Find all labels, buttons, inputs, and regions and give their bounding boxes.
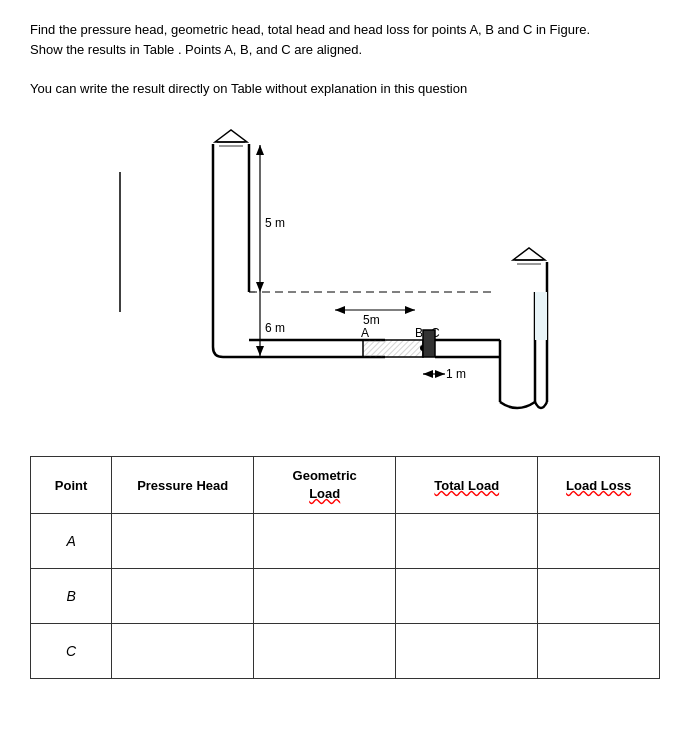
cell-total-a[interactable] — [396, 514, 538, 569]
svg-rect-20 — [363, 340, 423, 357]
cell-pressure-b[interactable] — [112, 569, 254, 624]
instruction-line3: You can write the result directly on Tab… — [30, 79, 660, 99]
svg-text:6 m: 6 m — [265, 321, 285, 335]
cell-total-b[interactable] — [396, 569, 538, 624]
cell-geometric-c[interactable] — [254, 624, 396, 679]
instruction-line2: Show the results in Table . Points A, B,… — [30, 40, 660, 60]
th-geometric-line2: Load — [309, 486, 340, 501]
svg-text:B: B — [415, 326, 423, 340]
table-header-row: Point Pressure Head Geometric Load Total… — [31, 457, 660, 514]
diagram-area: 5 m 6 m 5m A B C — [30, 112, 660, 432]
cell-point-b: B — [31, 569, 112, 624]
svg-marker-17 — [335, 306, 345, 314]
svg-rect-40 — [535, 292, 547, 340]
svg-rect-26 — [423, 330, 435, 357]
th-loss: Load Loss — [538, 457, 660, 514]
cell-point-c: C — [31, 624, 112, 679]
cell-loss-a[interactable] — [538, 514, 660, 569]
svg-marker-1 — [215, 130, 247, 142]
results-table: Point Pressure Head Geometric Load Total… — [30, 456, 660, 679]
instruction-line1: Find the pressure head, geometric head, … — [30, 20, 660, 40]
svg-text:5m: 5m — [363, 313, 380, 327]
svg-text:5 m: 5 m — [265, 216, 285, 230]
svg-marker-30 — [423, 370, 433, 378]
cell-loss-c[interactable] — [538, 624, 660, 679]
table-row: C — [31, 624, 660, 679]
table-row: A — [31, 514, 660, 569]
th-geometric-line1: Geometric — [293, 468, 357, 483]
svg-marker-13 — [256, 346, 264, 356]
svg-text:1 m: 1 m — [446, 367, 466, 381]
svg-marker-9 — [256, 145, 264, 155]
diagram-svg: 5 m 6 m 5m A B C — [105, 112, 585, 432]
table-row: B — [31, 569, 660, 624]
th-geometric: Geometric Load — [254, 457, 396, 514]
svg-marker-10 — [256, 282, 264, 292]
cell-geometric-a[interactable] — [254, 514, 396, 569]
svg-marker-18 — [405, 306, 415, 314]
cell-point-a: A — [31, 514, 112, 569]
cell-loss-b[interactable] — [538, 569, 660, 624]
th-pressure: Pressure Head — [112, 457, 254, 514]
cell-pressure-a[interactable] — [112, 514, 254, 569]
cell-pressure-c[interactable] — [112, 624, 254, 679]
svg-marker-36 — [513, 248, 545, 260]
th-total: Total Load — [396, 457, 538, 514]
svg-text:A: A — [361, 326, 369, 340]
th-loss-text: Load Loss — [566, 478, 631, 493]
th-point: Point — [31, 457, 112, 514]
instructions-block: Find the pressure head, geometric head, … — [30, 20, 660, 98]
cell-geometric-b[interactable] — [254, 569, 396, 624]
svg-marker-31 — [435, 370, 445, 378]
th-total-text: Total Load — [434, 478, 499, 493]
cell-total-c[interactable] — [396, 624, 538, 679]
